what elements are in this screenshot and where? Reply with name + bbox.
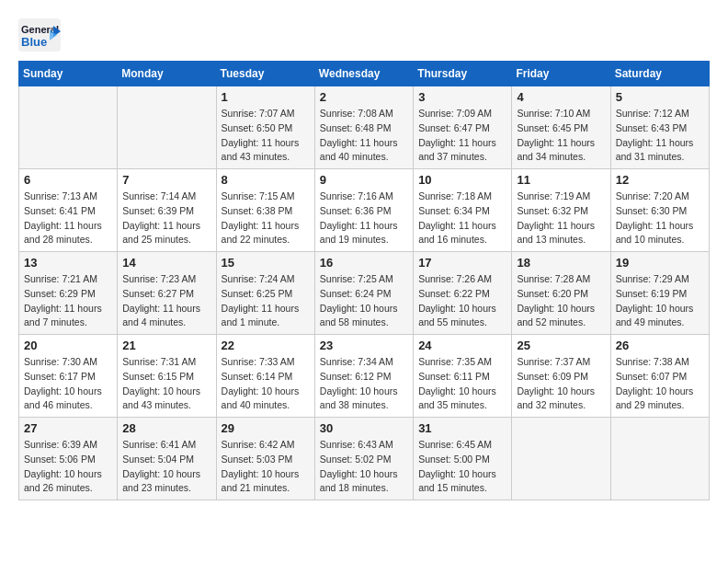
calendar-cell: 11Sunrise: 7:19 AMSunset: 6:32 PMDayligh… — [512, 169, 610, 252]
logo: General Blue — [18, 18, 63, 52]
day-number: 26 — [616, 339, 704, 352]
day-info: Sunrise: 7:35 AMSunset: 6:11 PMDaylight:… — [418, 355, 506, 413]
day-info: Sunrise: 7:28 AMSunset: 6:20 PMDaylight:… — [517, 272, 605, 330]
svg-text:Blue: Blue — [21, 35, 47, 49]
day-number: 9 — [320, 173, 408, 187]
day-info: Sunrise: 7:21 AMSunset: 6:29 PMDaylight:… — [24, 272, 112, 330]
calendar-cell: 13Sunrise: 7:21 AMSunset: 6:29 PMDayligh… — [19, 252, 118, 335]
day-number: 29 — [222, 421, 310, 435]
day-info: Sunrise: 7:33 AMSunset: 6:14 PMDaylight:… — [222, 355, 310, 413]
day-info: Sunrise: 7:34 AMSunset: 6:12 PMDaylight:… — [320, 355, 408, 413]
calendar-cell: 17Sunrise: 7:26 AMSunset: 6:22 PMDayligh… — [414, 252, 512, 335]
day-info: Sunrise: 7:13 AMSunset: 6:41 PMDaylight:… — [24, 190, 112, 247]
calendar-cell: 5Sunrise: 7:12 AMSunset: 6:43 PMDaylight… — [610, 86, 709, 169]
calendar-cell: 3Sunrise: 7:09 AMSunset: 6:47 PMDaylight… — [414, 86, 512, 169]
calendar-cell: 18Sunrise: 7:28 AMSunset: 6:20 PMDayligh… — [512, 252, 610, 335]
day-info: Sunrise: 7:08 AMSunset: 6:48 PMDaylight:… — [320, 107, 408, 165]
day-number: 30 — [320, 421, 408, 435]
day-info: Sunrise: 6:39 AMSunset: 5:06 PMDaylight:… — [24, 438, 112, 496]
calendar-cell: 10Sunrise: 7:18 AMSunset: 6:34 PMDayligh… — [414, 169, 512, 252]
calendar-table: SundayMondayTuesdayWednesdayThursdayFrid… — [18, 61, 710, 500]
day-info: Sunrise: 6:45 AMSunset: 5:00 PMDaylight:… — [418, 438, 506, 496]
day-number: 25 — [517, 339, 605, 352]
calendar-cell: 29Sunrise: 6:42 AMSunset: 5:03 PMDayligh… — [216, 418, 314, 500]
day-info: Sunrise: 7:20 AMSunset: 6:30 PMDaylight:… — [616, 190, 704, 247]
day-number: 17 — [418, 256, 506, 270]
day-number: 14 — [122, 256, 210, 270]
calendar-week-row: 20Sunrise: 7:30 AMSunset: 6:17 PMDayligh… — [19, 335, 710, 418]
calendar-cell: 31Sunrise: 6:45 AMSunset: 5:00 PMDayligh… — [414, 418, 512, 500]
day-info: Sunrise: 7:26 AMSunset: 6:22 PMDaylight:… — [418, 272, 506, 330]
day-info: Sunrise: 6:42 AMSunset: 5:03 PMDaylight:… — [222, 438, 310, 496]
calendar-cell: 21Sunrise: 7:31 AMSunset: 6:15 PMDayligh… — [118, 335, 216, 418]
day-number: 8 — [222, 173, 310, 187]
calendar-cell: 2Sunrise: 7:08 AMSunset: 6:48 PMDaylight… — [314, 86, 413, 169]
day-info: Sunrise: 7:37 AMSunset: 6:09 PMDaylight:… — [517, 355, 605, 413]
day-info: Sunrise: 7:29 AMSunset: 6:19 PMDaylight:… — [616, 272, 704, 330]
calendar-cell: 23Sunrise: 7:34 AMSunset: 6:12 PMDayligh… — [314, 335, 413, 418]
calendar-cell: 24Sunrise: 7:35 AMSunset: 6:11 PMDayligh… — [414, 335, 512, 418]
calendar-cell: 22Sunrise: 7:33 AMSunset: 6:14 PMDayligh… — [216, 335, 314, 418]
calendar-week-row: 1Sunrise: 7:07 AMSunset: 6:50 PMDaylight… — [19, 86, 710, 169]
calendar-header: SundayMondayTuesdayWednesdayThursdayFrid… — [19, 62, 710, 86]
weekday-header: Wednesday — [314, 62, 413, 86]
day-info: Sunrise: 7:18 AMSunset: 6:34 PMDaylight:… — [418, 190, 506, 247]
calendar-cell — [19, 86, 118, 169]
calendar-cell: 4Sunrise: 7:10 AMSunset: 6:45 PMDaylight… — [512, 86, 610, 169]
day-number: 2 — [320, 90, 408, 104]
weekday-header: Sunday — [19, 62, 118, 86]
day-number: 24 — [418, 339, 506, 352]
calendar-cell: 8Sunrise: 7:15 AMSunset: 6:38 PMDaylight… — [216, 169, 314, 252]
calendar-week-row: 13Sunrise: 7:21 AMSunset: 6:29 PMDayligh… — [19, 252, 710, 335]
day-info: Sunrise: 6:41 AMSunset: 5:04 PMDaylight:… — [122, 438, 210, 496]
day-info: Sunrise: 7:31 AMSunset: 6:15 PMDaylight:… — [122, 355, 210, 413]
day-number: 5 — [616, 90, 704, 104]
day-info: Sunrise: 7:15 AMSunset: 6:38 PMDaylight:… — [222, 190, 310, 247]
day-number: 1 — [222, 90, 310, 104]
day-info: Sunrise: 6:43 AMSunset: 5:02 PMDaylight:… — [320, 438, 408, 496]
day-number: 10 — [418, 173, 506, 187]
weekday-header: Thursday — [414, 62, 512, 86]
day-info: Sunrise: 7:30 AMSunset: 6:17 PMDaylight:… — [24, 355, 112, 413]
day-info: Sunrise: 7:38 AMSunset: 6:07 PMDaylight:… — [616, 355, 704, 413]
day-info: Sunrise: 7:23 AMSunset: 6:27 PMDaylight:… — [122, 272, 210, 330]
calendar-cell — [610, 418, 709, 500]
day-number: 13 — [24, 256, 112, 270]
day-number: 22 — [222, 339, 310, 352]
calendar-cell: 6Sunrise: 7:13 AMSunset: 6:41 PMDaylight… — [19, 169, 118, 252]
day-number: 6 — [24, 173, 112, 187]
calendar-cell: 19Sunrise: 7:29 AMSunset: 6:19 PMDayligh… — [610, 252, 709, 335]
day-info: Sunrise: 7:10 AMSunset: 6:45 PMDaylight:… — [517, 107, 605, 165]
day-number: 21 — [122, 339, 210, 352]
calendar-cell: 12Sunrise: 7:20 AMSunset: 6:30 PMDayligh… — [610, 169, 709, 252]
day-number: 23 — [320, 339, 408, 352]
day-number: 18 — [517, 256, 605, 270]
day-number: 15 — [222, 256, 310, 270]
weekday-row: SundayMondayTuesdayWednesdayThursdayFrid… — [19, 62, 710, 86]
day-info: Sunrise: 7:25 AMSunset: 6:24 PMDaylight:… — [320, 272, 408, 330]
calendar-cell: 16Sunrise: 7:25 AMSunset: 6:24 PMDayligh… — [314, 252, 413, 335]
calendar-cell: 1Sunrise: 7:07 AMSunset: 6:50 PMDaylight… — [216, 86, 314, 169]
day-info: Sunrise: 7:16 AMSunset: 6:36 PMDaylight:… — [320, 190, 408, 247]
calendar-cell — [512, 418, 610, 500]
calendar-cell: 26Sunrise: 7:38 AMSunset: 6:07 PMDayligh… — [610, 335, 709, 418]
day-number: 3 — [418, 90, 506, 104]
weekday-header: Monday — [118, 62, 216, 86]
calendar-cell — [118, 86, 216, 169]
calendar-cell: 28Sunrise: 6:41 AMSunset: 5:04 PMDayligh… — [118, 418, 216, 500]
day-number: 11 — [517, 173, 605, 187]
day-info: Sunrise: 7:14 AMSunset: 6:39 PMDaylight:… — [122, 190, 210, 247]
day-info: Sunrise: 7:09 AMSunset: 6:47 PMDaylight:… — [418, 107, 506, 165]
calendar-cell: 15Sunrise: 7:24 AMSunset: 6:25 PMDayligh… — [216, 252, 314, 335]
day-number: 28 — [122, 421, 210, 435]
day-info: Sunrise: 7:24 AMSunset: 6:25 PMDaylight:… — [222, 272, 310, 330]
calendar-cell: 7Sunrise: 7:14 AMSunset: 6:39 PMDaylight… — [118, 169, 216, 252]
day-number: 7 — [122, 173, 210, 187]
logo-icon: General Blue — [18, 18, 63, 52]
calendar-cell: 14Sunrise: 7:23 AMSunset: 6:27 PMDayligh… — [118, 252, 216, 335]
calendar-week-row: 6Sunrise: 7:13 AMSunset: 6:41 PMDaylight… — [19, 169, 710, 252]
day-number: 16 — [320, 256, 408, 270]
day-info: Sunrise: 7:07 AMSunset: 6:50 PMDaylight:… — [222, 107, 310, 165]
day-number: 19 — [616, 256, 704, 270]
calendar-week-row: 27Sunrise: 6:39 AMSunset: 5:06 PMDayligh… — [19, 418, 710, 500]
